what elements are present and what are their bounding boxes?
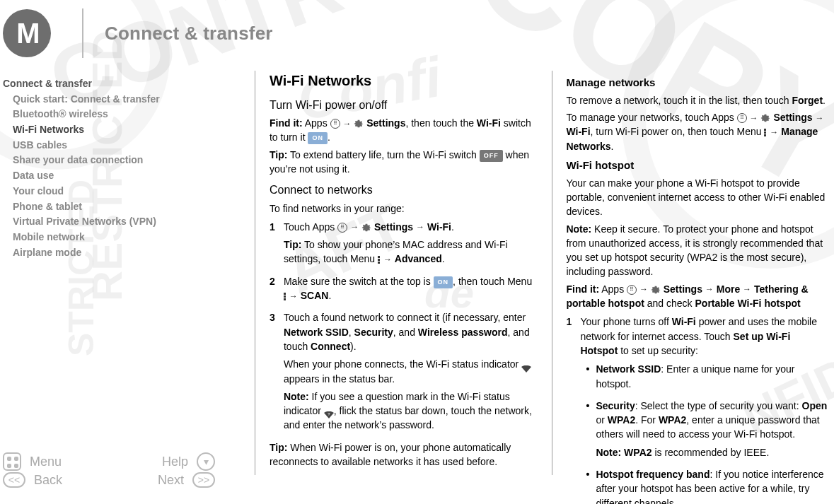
table-of-contents: Connect & transfer Quick start: Connect … xyxy=(3,76,241,260)
toc-item[interactable]: Share your data connection xyxy=(3,153,241,168)
toc-item[interactable]: Data use xyxy=(3,168,241,184)
back-button[interactable]: << Back xyxy=(3,472,62,488)
wifi-networks-heading: Wi-Fi Networks xyxy=(270,71,533,91)
next-label: Next xyxy=(158,473,184,488)
arrow-icon: → xyxy=(416,221,424,233)
gear-icon xyxy=(760,113,770,123)
column-divider xyxy=(552,71,552,475)
next-button[interactable]: Next >> xyxy=(158,472,215,488)
apps-icon: ⠿ xyxy=(737,113,747,123)
menu-icon xyxy=(284,292,286,301)
menu-button[interactable]: Menu xyxy=(3,452,62,471)
arrow-icon: → xyxy=(816,112,824,124)
apps-icon: ⠿ xyxy=(330,119,340,129)
toc-root[interactable]: Connect & transfer xyxy=(3,76,241,92)
hotspot-note-paragraph: Note: Keep it secure. To protect your ph… xyxy=(566,222,830,279)
gear-icon xyxy=(354,119,364,129)
list-item: 1 Touch Apps ⠿ → Settings → Wi-Fi. Tip: … xyxy=(270,220,533,270)
manage-networks-heading: Manage networks xyxy=(566,75,830,90)
menu-icon xyxy=(378,255,381,264)
column-divider xyxy=(255,71,255,475)
arrow-icon: → xyxy=(750,112,758,124)
toc-item[interactable]: Your cloud xyxy=(3,184,241,199)
next-icon: >> xyxy=(192,472,215,488)
menu-icon xyxy=(764,128,767,137)
wifi-hotspot-heading: Wi-Fi hotspot xyxy=(566,158,830,173)
arrow-icon: → xyxy=(705,283,714,295)
tip-paragraph: Tip: When Wi-Fi power is on, your phone … xyxy=(270,440,533,469)
arrow-icon: → xyxy=(383,254,392,266)
toc-item[interactable]: USB cables xyxy=(3,138,241,153)
toc-item[interactable]: Phone & tablet xyxy=(3,199,241,215)
arrow-icon: → xyxy=(743,283,751,295)
arrow-icon: → xyxy=(342,118,351,130)
hotspot-intro-paragraph: Your can make your phone a Wi-Fi hotspot… xyxy=(566,176,830,219)
find-it-paragraph: Find it: Apps ⠿ → Settings, then touch t… xyxy=(270,116,533,145)
on-switch-icon: ON xyxy=(308,132,328,144)
list-item: 1 Your phone turns off Wi-Fi power and u… xyxy=(566,315,830,504)
manage-networks-paragraph: To manage your networks, touch Apps ⠿ → … xyxy=(566,110,830,153)
header-divider xyxy=(82,8,83,58)
apps-icon: ⠿ xyxy=(337,223,347,233)
toc-item[interactable]: Quick start: Connect & transfer xyxy=(3,92,241,107)
wifi-question-icon: ? xyxy=(324,408,334,415)
find-it-hotspot-paragraph: Find it: Apps ⠿ → Settings → More → Teth… xyxy=(566,282,830,311)
gear-icon xyxy=(361,223,371,233)
back-label: Back xyxy=(34,473,62,488)
motorola-logo: M xyxy=(3,9,51,57)
bullet-item: Security: Select the type of security yo… xyxy=(586,399,830,463)
content-column-1: Wi-Fi Networks Turn Wi-Fi power on/off F… xyxy=(270,71,538,489)
turn-wifi-subheading: Turn Wi-Fi power on/off xyxy=(270,97,533,113)
toc-item[interactable]: Mobile network xyxy=(3,230,241,245)
toc-item[interactable]: Wi-Fi Networks xyxy=(3,122,241,138)
arrow-icon: → xyxy=(289,291,298,303)
toc-item[interactable]: Airplane mode xyxy=(3,245,241,261)
prev-icon: << xyxy=(3,472,25,488)
help-button[interactable]: Help ▾ xyxy=(162,452,215,471)
list-item: 2 Make sure the switch at the top is ON,… xyxy=(270,274,533,307)
connect-networks-subheading: Connect to networks xyxy=(270,182,533,198)
help-label: Help xyxy=(162,455,188,469)
forget-network-paragraph: To remove a network, touch it in the lis… xyxy=(566,93,830,107)
off-switch-icon: OFF xyxy=(480,150,503,162)
page-title: Connect & transfer xyxy=(105,23,273,45)
gear-icon xyxy=(651,285,661,295)
wifi-icon xyxy=(521,362,531,369)
list-item: 3 Touch a found network to connect it (i… xyxy=(270,310,533,435)
bullet-item: Hotspot frequency band: If you notice in… xyxy=(586,467,830,504)
tip-paragraph: Tip: To extend battery life, turn the Wi… xyxy=(270,148,533,177)
apps-icon: ⠿ xyxy=(627,285,637,295)
arrow-icon: → xyxy=(350,221,359,233)
arrow-icon: → xyxy=(770,127,778,139)
dropdown-icon: ▾ xyxy=(197,452,215,471)
arrow-icon: → xyxy=(639,283,648,295)
find-networks-paragraph: To find networks in your range: xyxy=(270,201,533,216)
content-column-2: Manage networks To remove a network, tou… xyxy=(566,71,834,489)
bullet-item: Network SSID: Enter a unique name for yo… xyxy=(586,362,830,394)
toc-item[interactable]: Bluetooth® wireless xyxy=(3,107,241,122)
grid-icon xyxy=(3,452,21,471)
toc-item[interactable]: Virtual Private Networks (VPN) xyxy=(3,214,241,230)
menu-label: Menu xyxy=(30,455,62,469)
on-switch-icon: ON xyxy=(434,276,453,288)
